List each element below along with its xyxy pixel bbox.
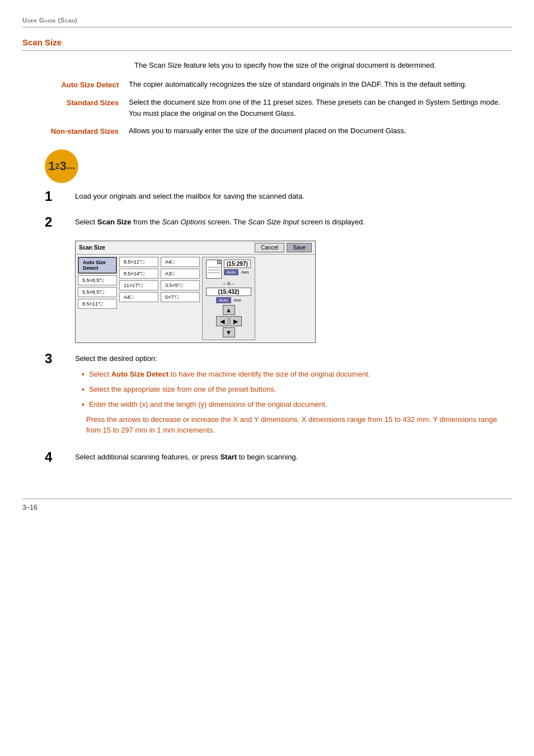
steps-icon: 123... [45,149,78,183]
bullet-2-text: Select the appropriate size from one of … [89,384,277,395]
ss-auto-x: Auto mm [206,297,251,303]
btn-a3[interactable]: A3□ [161,269,200,279]
scan-size-header: Scan Size Cancel Save [76,241,315,255]
header-text: User Guide (Scan) [22,17,77,24]
term-row-standard: Standard Sizes Select the document size … [22,97,512,119]
ss-auto-y: Auto mm [224,269,251,275]
step2-em2: Scan Size Input [248,218,299,226]
term-desc-standard: Select the document size from one of the… [129,97,512,119]
page-wrapper: User Guide (Scan) Scan Size The Scan Siz… [0,0,534,756]
intro-text: The Scan Size feature lets you to specif… [134,60,512,71]
step-2-number: 2 [45,214,67,231]
cancel-button[interactable]: Cancel [255,243,284,252]
ss-col-3: A4□ A3□ 3.5×5"□ 5×7"□ [161,257,200,340]
scan-size-ui: Scan Size Cancel Save Auto SizeDetect 5.… [75,241,316,343]
btn-85x14[interactable]: 8.5×14"□ [119,269,158,279]
step-3-label: Select the desired option: [75,354,157,363]
save-button[interactable]: Save [287,243,312,252]
bullet-3-text: Enter the width (x) and the length (y) d… [89,399,327,410]
btn-11x17[interactable]: 11×17"□ [119,280,158,290]
ss-panel-top: (15:297) Auto mm ←X→ (15 [206,260,251,303]
btn-a4-1[interactable]: A4□ [119,292,158,302]
step-3-number: 3 [45,351,67,367]
step-3-content: Select the desired option: Select Auto S… [75,351,512,439]
bullet1-bold: Auto Size Detect [111,370,169,378]
step-1-row: 1 Load your originals and select the mai… [22,189,512,205]
ss-y-section: (15:297) Auto mm [224,260,251,275]
ss-mm-x-label: mm [233,298,241,303]
scan-size-body: Auto SizeDetect 5.5×8.5"□ 5.5×8.5"□ 8.5×… [76,255,315,342]
term-label-standard: Standard Sizes [22,97,129,119]
term-label-nonstandard: Non-standard Sizes [22,125,129,137]
ss-mm-y-label: mm [241,270,249,275]
left-arrow-btn[interactable]: ◀ [216,316,228,326]
term-label-autosize: Auto Size Detect [22,79,129,91]
ss-auto-y-label[interactable]: Auto [224,269,238,275]
btn-85x11-1[interactable]: 8.5×11"□ [78,299,117,309]
right-arrow-btn[interactable]: ▶ [229,316,242,326]
term-desc-autosize: The copier automatically recognizes the … [129,79,512,91]
step2-bold1: Scan Size [97,218,132,226]
step-1-number: 1 [45,189,67,205]
document-icon [206,260,222,279]
ss-x-value: (15:432) [206,288,251,296]
bullet-2: Select the appropriate size from one of … [82,384,512,396]
step4-start-bold: Start [220,453,237,461]
btn-55x85-1[interactable]: 5.5×8.5"□ [78,275,117,285]
ss-arrow-buttons: ▲ ◀ ▶ ▼ [216,305,242,337]
scan-size-ui-wrapper: Scan Size Cancel Save Auto SizeDetect 5.… [22,241,512,343]
ss-col-1: Auto SizeDetect 5.5×8.5"□ 5.5×8.5"□ 8.5×… [78,257,117,340]
up-arrow-btn[interactable]: ▲ [223,305,235,315]
bullet-3: Enter the width (x) and the length (y) d… [82,399,512,411]
page-header: User Guide (Scan) [22,17,512,27]
btn-a4-2[interactable]: A4□ [161,257,200,267]
ss-y-value: (15:297) [224,260,251,268]
step-1-content: Load your originals and select the mailb… [75,189,512,202]
auto-size-detect-btn[interactable]: Auto SizeDetect [78,257,117,274]
step-4-number: 4 [45,449,67,466]
ss-col-2: 8.5×11"□ 8.5×14"□ 11×17"□ A4□ [119,257,158,340]
step2-em1: Scan Options [162,218,205,226]
section-title: Scan Size [22,37,512,51]
ss-right-panel: (15:297) Auto mm ←X→ (15 [202,257,255,340]
step-3-row: 3 Select the desired option: Select Auto… [22,351,512,439]
ss-x-arrow-row: ←X→ [206,281,251,287]
page-footer: 3–16 [22,499,512,511]
term-row-autosize: Auto Size Detect The copier automaticall… [22,79,512,91]
bullet-1: Select Auto Size Detect to have the mach… [82,369,512,381]
btn-35x5[interactable]: 3.5×5"□ [161,280,200,290]
ss-top-row: (15:297) Auto mm [206,260,251,279]
bullet-1-text: Select Auto Size Detect to have the mach… [89,369,370,380]
steps-icon-area: 123... [45,149,512,183]
step-4-content: Select additional scanning features, or … [75,449,512,463]
ss-auto-x-label[interactable]: Auto [216,297,231,303]
term-desc-nonstandard: Allows you to manually enter the size of… [129,125,512,137]
term-row-nonstandard: Non-standard Sizes Allows you to manuall… [22,125,512,137]
scan-size-header-buttons: Cancel Save [255,243,312,252]
bullet-list: Select Auto Size Detect to have the mach… [75,369,512,411]
btn-55x85-2[interactable]: 5.5×8.5"□ [78,287,117,297]
page-number: 3–16 [22,504,38,511]
btn-5x7[interactable]: 5×7"□ [161,292,200,302]
ss-lr-arrows: ◀ ▶ [216,316,242,326]
ss-x-arrow: ←X→ [222,281,235,287]
btn-85x11-2[interactable]: 8.5×11"□ [119,257,158,267]
down-arrow-btn[interactable]: ▼ [223,327,235,337]
step-2-content: Select Scan Size from the Scan Options s… [75,214,512,228]
scan-size-header-title: Scan Size [79,245,105,251]
sub-note: Press the arrows to decrease or increase… [86,414,512,436]
step-2-row: 2 Select Scan Size from the Scan Options… [22,214,512,231]
step-4-row: 4 Select additional scanning features, o… [22,449,512,466]
